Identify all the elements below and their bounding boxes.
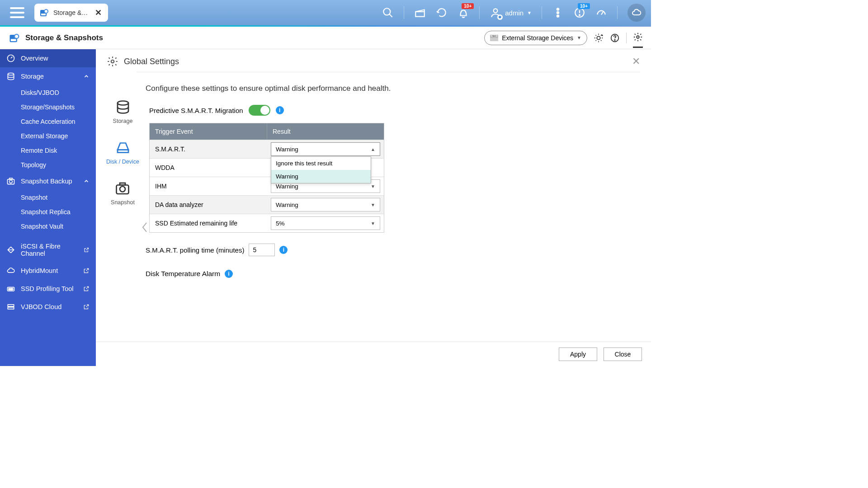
os-topbar: Storage & S… ✕ 10+ ✱ admin ▼ 10+ — [0, 0, 651, 25]
sidebar: Overview Storage Disks/VJBOD Storage/Sna… — [0, 49, 96, 366]
refresh-icon[interactable] — [436, 7, 448, 19]
database-icon — [6, 72, 15, 81]
sidebar-item-snapshot-backup[interactable]: Snapshot Backup — [0, 172, 96, 190]
sidebar-sub-topology[interactable]: Topology — [0, 158, 96, 172]
content-scroll[interactable]: Configure these settings to ensure optim… — [137, 72, 640, 342]
result-select-dropdown: Ignore this test result Warning — [271, 156, 371, 183]
close-button[interactable]: Close — [604, 347, 642, 361]
network-icon — [6, 245, 15, 254]
svg-point-3 — [45, 10, 47, 13]
tab-title: Storage & S… — [53, 9, 90, 16]
predictive-smart-label: Predictive S.M.A.R.T. Migration — [149, 107, 243, 114]
info-icon[interactable]: i — [279, 246, 288, 254]
menu-icon[interactable] — [10, 7, 24, 18]
search-icon[interactable] — [382, 7, 394, 19]
dashboard-icon[interactable] — [595, 7, 607, 19]
svg-point-26 — [8, 73, 14, 75]
svg-rect-33 — [8, 307, 14, 309]
category-snapshot[interactable]: Snapshot — [111, 180, 135, 206]
user-name: admin — [505, 9, 524, 17]
sidebar-sub-external[interactable]: External Storage — [0, 129, 96, 143]
temp-alarm-label: Disk Temperature Alarm — [146, 270, 220, 278]
sidebar-sub-snapshot[interactable]: Snapshot — [0, 190, 96, 205]
gauge-icon — [6, 54, 15, 63]
wizard-icon[interactable] — [594, 33, 604, 43]
sidebar-sub-vault[interactable]: Snapshot Vault — [0, 219, 96, 234]
alert-badge: 10+ — [578, 3, 590, 9]
result-select-smart[interactable]: Warning▲ — [271, 142, 380, 156]
sidebar-sub-remote-disk[interactable]: Remote Disk — [0, 143, 96, 158]
svg-point-23 — [614, 39, 615, 40]
result-select-ssd-life[interactable]: 5%▼ — [271, 216, 380, 230]
category-disk-device[interactable]: Disk / Device — [106, 140, 139, 165]
poll-label: S.M.A.R.T. polling time (minutes) — [146, 246, 244, 254]
table-header-result: Result — [267, 123, 384, 140]
storage-app-icon — [39, 7, 50, 18]
svg-line-13 — [601, 12, 603, 15]
external-link-icon — [83, 286, 90, 292]
sidebar-ext-vjbod-cloud[interactable]: VJBOD Cloud — [0, 298, 96, 316]
help-icon[interactable] — [610, 33, 620, 43]
tab-close-icon[interactable]: ✕ — [93, 8, 104, 18]
poll-input[interactable] — [249, 244, 275, 256]
table-row: DA data analyzer Warning▼ — [150, 195, 384, 214]
svg-text:SSD: SSD — [9, 288, 14, 291]
svg-rect-29 — [9, 178, 13, 179]
sidebar-ext-iscsi[interactable]: iSCSI & Fibre Channel — [0, 238, 96, 262]
chevron-up-icon — [83, 178, 90, 184]
svg-point-28 — [9, 180, 13, 183]
svg-point-35 — [118, 101, 128, 105]
external-link-icon — [84, 247, 90, 253]
sidebar-label: Overview — [21, 55, 90, 62]
info-icon[interactable]: i — [225, 270, 233, 278]
trigger-table: Trigger Event Result S.M.A.R.T. Warning▲… — [149, 123, 384, 233]
dropdown-option[interactable]: Ignore this test result — [271, 157, 371, 170]
predictive-smart-toggle[interactable] — [249, 105, 270, 116]
info-icon[interactable]: i — [276, 106, 284, 114]
clapper-icon[interactable] — [414, 7, 426, 19]
sidebar-label: Storage — [21, 73, 78, 80]
sidebar-sub-storage-snapshots[interactable]: Storage/Snapshots — [0, 100, 96, 114]
app-icon — [8, 32, 21, 44]
sidebar-sub-cache[interactable]: Cache Acceleration — [0, 114, 96, 129]
alert-icon[interactable]: 10+ — [574, 7, 585, 19]
sidebar-item-storage[interactable]: Storage — [0, 67, 96, 85]
svg-point-17 — [15, 35, 18, 38]
app-header: Storage & Snapshots RAID External Storag… — [0, 27, 651, 49]
panel-footer: Apply Close — [96, 342, 651, 366]
notifications-icon[interactable]: 10+ — [458, 7, 469, 19]
svg-rect-15 — [11, 39, 16, 41]
svg-rect-1 — [41, 14, 46, 15]
section-description: Configure these settings to ensure optim… — [146, 84, 636, 93]
sidebar-sub-replica[interactable]: Snapshot Replica — [0, 205, 96, 219]
table-row: S.M.A.R.T. Warning▲ Ignore this test res… — [150, 140, 384, 158]
panel-title: Global Settings — [124, 57, 179, 66]
sidebar-ext-hybridmount[interactable]: HybridMount — [0, 262, 96, 280]
sidebar-ext-ssd-profiling[interactable]: SSD SSD Profiling Tool — [0, 280, 96, 298]
sidebar-item-overview[interactable]: Overview — [0, 49, 96, 67]
external-storage-select[interactable]: RAID External Storage Devices ▼ — [484, 31, 587, 45]
cloud-link-icon — [6, 266, 15, 275]
svg-rect-36 — [118, 150, 128, 153]
category-storage[interactable]: Storage — [113, 99, 133, 124]
panel-close-icon[interactable]: ✕ — [632, 56, 640, 67]
external-link-icon — [83, 304, 90, 310]
external-link-icon — [83, 267, 90, 274]
svg-point-8 — [557, 12, 559, 14]
camera-icon — [6, 177, 15, 186]
app-tab[interactable]: Storage & S… ✕ — [34, 4, 108, 22]
cloud-icon[interactable] — [627, 4, 646, 22]
result-select-da[interactable]: Warning▼ — [271, 198, 380, 211]
svg-point-24 — [637, 36, 639, 38]
svg-point-12 — [579, 14, 580, 15]
sidebar-sub-disks[interactable]: Disks/VJBOD — [0, 85, 96, 100]
apply-button[interactable]: Apply — [559, 347, 597, 361]
more-icon[interactable] — [552, 7, 564, 19]
table-row: SSD Estimated remaining life 5%▼ — [150, 214, 384, 232]
notification-badge: 10+ — [462, 3, 474, 9]
svg-point-6 — [494, 9, 498, 13]
settings-icon[interactable] — [633, 32, 643, 48]
user-menu[interactable]: ✱ admin ▼ — [490, 7, 532, 19]
dropdown-option[interactable]: Warning — [271, 170, 371, 183]
app-title: Storage & Snapshots — [25, 33, 103, 42]
